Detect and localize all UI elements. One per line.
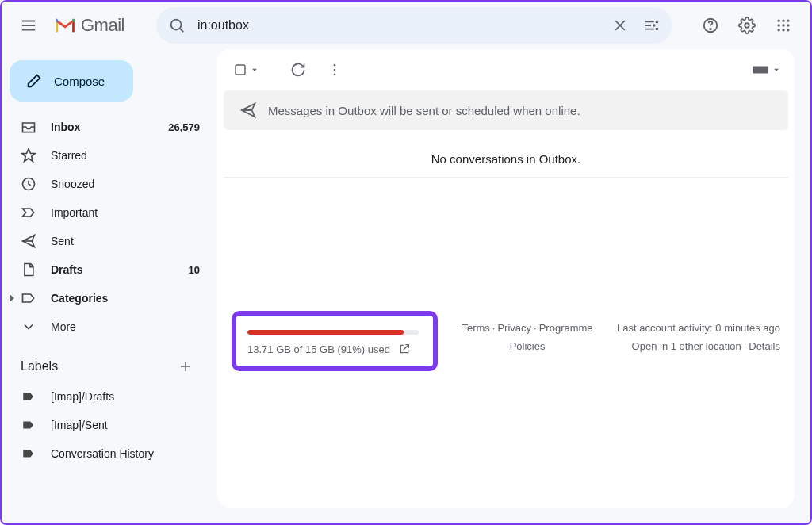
svg-rect-28 <box>236 65 245 75</box>
svg-point-11 <box>710 29 710 29</box>
search-input[interactable] <box>193 18 604 33</box>
clock-icon <box>21 176 36 192</box>
svg-point-21 <box>787 29 789 31</box>
send-icon <box>21 233 36 249</box>
search-options-icon[interactable] <box>636 10 668 41</box>
svg-point-12 <box>745 23 749 28</box>
label-icon <box>21 389 36 404</box>
settings-icon[interactable] <box>731 10 763 41</box>
add-label-icon[interactable] <box>174 355 197 377</box>
label-icon <box>21 446 36 462</box>
toolbar <box>217 49 795 90</box>
label-icon <box>21 417 36 433</box>
compose-label: Compose <box>54 75 105 88</box>
label-text: [Imap]/Drafts <box>51 390 200 403</box>
svg-point-16 <box>778 24 780 26</box>
more-icon[interactable] <box>319 54 350 86</box>
label-item[interactable]: Conversation History <box>2 439 211 468</box>
dropdown-icon <box>249 64 260 75</box>
open-locations-link[interactable]: Open in 1 other location <box>632 340 741 352</box>
svg-rect-33 <box>753 66 768 73</box>
dropdown-icon <box>771 64 782 75</box>
banner-text: Messages in Outbox will be sent or sched… <box>268 104 580 117</box>
logo-text: Gmail <box>81 15 124 36</box>
activity-line1: Last account activity: 0 minutes ago <box>617 319 780 337</box>
svg-point-8 <box>653 24 656 27</box>
apps-icon[interactable] <box>768 10 799 41</box>
label-text: Conversation History <box>51 447 200 460</box>
svg-point-3 <box>171 20 182 30</box>
privacy-link[interactable]: Privacy <box>497 322 531 334</box>
storage-bar <box>247 330 419 335</box>
nav-count: 26,579 <box>168 121 200 133</box>
svg-point-18 <box>787 24 789 26</box>
star-icon <box>21 148 36 163</box>
nav-label: Snoozed <box>51 178 200 190</box>
storage-fill <box>247 330 404 335</box>
svg-point-19 <box>778 29 780 31</box>
sidebar-item-starred[interactable]: Starred <box>2 141 211 170</box>
sidebar-item-sent[interactable]: Sent <box>2 227 211 255</box>
nav-label: Sent <box>51 235 200 247</box>
svg-line-4 <box>180 29 183 32</box>
svg-marker-29 <box>252 69 257 71</box>
svg-marker-25 <box>10 294 14 302</box>
svg-point-17 <box>782 24 784 26</box>
support-icon[interactable] <box>695 10 726 41</box>
send-icon <box>239 102 257 119</box>
categories-icon <box>21 290 36 306</box>
svg-point-31 <box>334 69 336 71</box>
footer: 13.71 GB of 15 GB (91%) used Terms·Priva… <box>217 178 795 371</box>
empty-text: No conversations in Outbox. <box>217 130 795 177</box>
sidebar-item-inbox[interactable]: Inbox 26,579 <box>2 113 211 141</box>
activity-info: Last account activity: 0 minutes ago Ope… <box>617 311 780 371</box>
nav-label: Inbox <box>51 121 154 133</box>
terms-link[interactable]: Terms <box>462 322 489 334</box>
outbox-banner: Messages in Outbox will be sent or sched… <box>224 90 788 130</box>
svg-point-32 <box>334 74 336 76</box>
svg-point-30 <box>334 64 336 67</box>
svg-marker-22 <box>22 149 36 162</box>
file-icon <box>21 262 36 278</box>
main-panel: Messages in Outbox will be sent or sched… <box>217 49 795 508</box>
external-link-icon[interactable] <box>398 343 411 355</box>
labels-heading: Labels <box>2 341 211 382</box>
inbox-icon <box>21 119 36 135</box>
gmail-logo[interactable]: Gmail <box>54 15 124 36</box>
details-link[interactable]: Details <box>749 340 780 352</box>
sidebar-item-important[interactable]: Important <box>2 198 211 227</box>
svg-marker-34 <box>774 69 779 71</box>
nav-label: Drafts <box>51 263 174 276</box>
nav-label: Important <box>51 206 200 219</box>
label-item[interactable]: [Imap]/Drafts <box>2 382 211 411</box>
hamburger-icon[interactable] <box>13 10 44 41</box>
svg-point-13 <box>778 20 780 22</box>
storage-text: 13.71 GB of 15 GB (91%) used <box>247 343 390 355</box>
svg-point-20 <box>782 29 784 31</box>
nav-label: Starred <box>51 149 200 162</box>
svg-point-14 <box>782 20 784 22</box>
compose-button[interactable]: Compose <box>10 60 133 102</box>
svg-point-9 <box>656 28 659 31</box>
sidebar: Compose Inbox 26,579 Starred Snoozed Imp… <box>2 49 217 523</box>
select-all-checkbox[interactable] <box>228 59 262 80</box>
sidebar-item-drafts[interactable]: Drafts 10 <box>2 255 211 284</box>
important-icon <box>21 205 36 220</box>
sidebar-item-snoozed[interactable]: Snoozed <box>2 170 211 198</box>
nav-label: Categories <box>51 292 200 305</box>
search-bar[interactable] <box>156 7 672 44</box>
footer-links: Terms·Privacy·Programme Policies <box>450 311 604 371</box>
sidebar-item-more[interactable]: More <box>2 312 211 341</box>
input-tool-icon[interactable] <box>747 61 783 79</box>
svg-point-15 <box>787 20 789 22</box>
storage-box: 13.71 GB of 15 GB (91%) used <box>232 311 438 371</box>
label-item[interactable]: [Imap]/Sent <box>2 411 211 439</box>
refresh-icon[interactable] <box>282 54 314 86</box>
search-icon[interactable] <box>161 10 193 41</box>
chevron-down-icon <box>21 319 36 335</box>
nav-count: 10 <box>189 264 200 276</box>
clear-search-icon[interactable] <box>604 10 636 41</box>
svg-point-7 <box>656 21 659 24</box>
nav-label: More <box>51 320 200 333</box>
sidebar-item-categories[interactable]: Categories <box>2 284 211 312</box>
